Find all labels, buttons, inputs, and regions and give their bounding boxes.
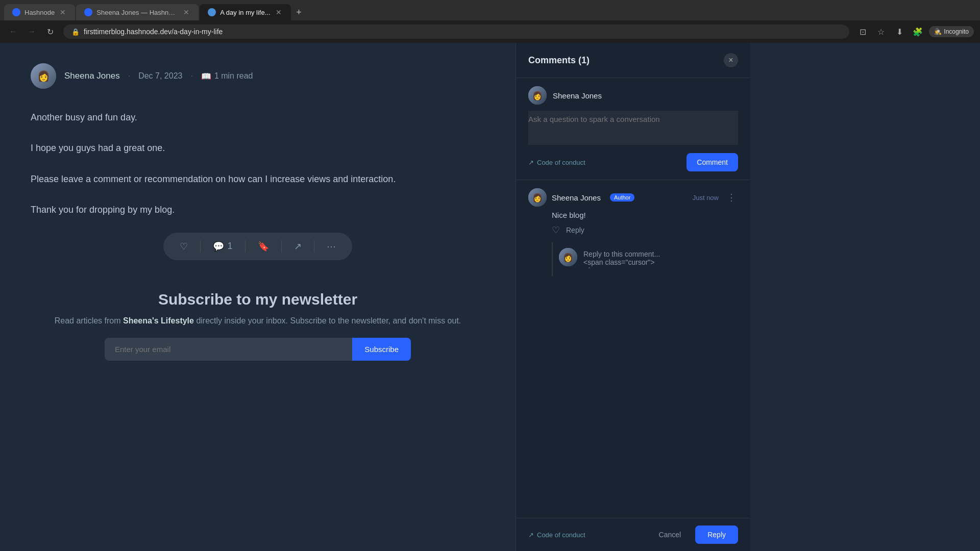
action-divider-2 <box>245 240 246 253</box>
comments-list: Sheena Jones Author Just now ⋮ Nice blog… <box>516 180 750 518</box>
email-input[interactable] <box>105 338 352 361</box>
comment-input-username: Sheena Jones <box>553 91 602 100</box>
newsletter-name: Sheena's Lifestyle <box>123 316 194 325</box>
toolbar-icons: ⊡ ☆ ⬇ 🧩 🕵 Incognito <box>855 24 974 39</box>
reply-input-avatar-image <box>559 248 577 266</box>
reply-submit-button[interactable]: Reply <box>695 525 738 544</box>
code-of-conduct-link-top[interactable]: ↗ Code of conduct <box>528 159 585 166</box>
subscribe-button[interactable]: Subscribe <box>352 338 411 361</box>
subscribe-section: Subscribe to my newsletter Read articles… <box>31 270 485 371</box>
article-paragraph-3: Please leave a comment or recommendation… <box>31 171 485 187</box>
close-comments-button[interactable]: × <box>724 53 738 67</box>
article-author-name: Sheena Jones <box>64 71 120 81</box>
subscribe-form: Subscribe <box>105 338 411 361</box>
tab-label-sheena: Sheena Jones — Hashnode <box>96 9 178 16</box>
article-date: Dec 7, 2023 <box>138 71 182 81</box>
article-action-bar: ♡ 💬 1 🔖 ↗ ⋯ <box>163 233 352 260</box>
tab-label-hashnode: Hashnode <box>24 9 55 16</box>
comment-actions-row: ↗ Code of conduct Comment <box>528 153 738 171</box>
comment-text: Nice blog! <box>528 211 738 219</box>
code-of-conduct-label-top: Code of conduct <box>537 159 585 166</box>
like-button[interactable]: ♡ <box>174 237 194 256</box>
article-paragraph-1: Another busy and fun day. <box>31 109 485 126</box>
comments-panel: Comments (1) × Sheena Jones ↗ Code of co… <box>516 43 750 551</box>
browser-chrome: Hashnode ✕ Sheena Jones — Hashnode ✕ A d… <box>0 0 980 43</box>
comment-reply-button[interactable]: Reply <box>566 226 584 234</box>
comment-menu-button[interactable]: ⋮ <box>725 190 738 205</box>
tab-close-hashnode[interactable]: ✕ <box>59 8 67 16</box>
reply-bottom-bar: ↗ Code of conduct Cancel Reply <box>516 518 750 551</box>
url-bar[interactable]: 🔒 firsttimerblog.hashnode.dev/a-day-in-m… <box>63 24 849 39</box>
tab-close-sheena[interactable]: ✕ <box>182 8 190 16</box>
action-divider-1 <box>200 240 201 253</box>
external-link-icon: ↗ <box>528 159 534 166</box>
comments-header: Comments (1) × <box>516 43 750 78</box>
comment-time: Just now <box>693 194 719 202</box>
incognito-badge: 🕵 Incognito <box>929 26 974 37</box>
tab-sheena[interactable]: Sheena Jones — Hashnode ✕ <box>76 4 199 20</box>
article-header: Sheena Jones · Dec 7, 2023 · 📖 1 min rea… <box>31 63 485 89</box>
comment-button[interactable]: 💬 1 <box>207 237 238 256</box>
comment-item-actions: ♡ Reply <box>528 224 738 236</box>
comment-item: Sheena Jones Author Just now ⋮ Nice blog… <box>528 188 738 277</box>
new-tab-button[interactable]: + <box>292 5 306 19</box>
cancel-reply-button[interactable]: Cancel <box>651 525 690 544</box>
tab-close-aday[interactable]: ✕ <box>275 8 283 16</box>
forward-button[interactable]: → <box>24 24 39 39</box>
author-badge: Author <box>610 193 634 202</box>
author-avatar <box>31 63 56 89</box>
bookmark-button[interactable]: 🔖 <box>252 237 275 256</box>
comment-item-header: Sheena Jones Author Just now ⋮ <box>528 188 738 207</box>
address-bar: ← → ↻ 🔒 firsttimerblog.hashnode.dev/a-da… <box>0 20 980 43</box>
main-area: Sheena Jones · Dec 7, 2023 · 📖 1 min rea… <box>0 43 980 551</box>
author-avatar-image <box>31 63 56 89</box>
comment-submit-button[interactable]: Comment <box>687 153 738 171</box>
comment-item-user: Sheena Jones Author <box>528 188 634 207</box>
reload-button[interactable]: ↻ <box>43 24 57 39</box>
back-button[interactable]: ← <box>6 24 20 39</box>
download-icon[interactable]: ⬇ <box>892 24 906 39</box>
action-divider-3 <box>281 240 282 253</box>
bookmark-star-icon[interactable]: ☆ <box>874 24 888 39</box>
reply-input-area: Reply to this comment...<span class="cur… <box>559 242 738 277</box>
tab-hashnode[interactable]: Hashnode ✕ <box>4 4 75 20</box>
incognito-icon: 🕵 <box>934 28 942 35</box>
comment-like-button[interactable]: ♡ <box>552 224 560 236</box>
article-body: Another busy and fun day. I hope you guy… <box>31 109 485 218</box>
article-paragraph-2: I hope you guys had a great one. <box>31 140 485 156</box>
comment-input-avatar-image <box>528 86 547 105</box>
extension-icon[interactable]: 🧩 <box>911 24 925 39</box>
article-area: Sheena Jones · Dec 7, 2023 · 📖 1 min rea… <box>0 43 516 551</box>
reply-textarea[interactable]: Reply to this comment...<span class="cur… <box>583 248 676 268</box>
action-divider-4 <box>314 240 314 253</box>
article-meta: Sheena Jones · Dec 7, 2023 · 📖 1 min rea… <box>64 71 253 81</box>
tab-favicon-aday <box>208 8 216 16</box>
comment-count: 1 <box>227 241 232 252</box>
comment-input-section: Sheena Jones ↗ Code of conduct Comment <box>516 78 750 180</box>
comment-icon: 💬 <box>213 241 224 252</box>
cast-icon[interactable]: ⊡ <box>855 24 870 39</box>
external-link-icon-bottom: ↗ <box>528 531 534 539</box>
comment-item-avatar <box>528 188 547 207</box>
comment-textarea[interactable] <box>528 111 738 145</box>
reply-thread: Reply to this comment...<span class="cur… <box>552 242 738 277</box>
more-button[interactable]: ⋯ <box>321 237 342 256</box>
tab-label-aday: A day in my life... <box>220 9 270 16</box>
comment-input-avatar <box>528 86 547 105</box>
share-button[interactable]: ↗ <box>288 237 308 256</box>
tab-aday[interactable]: A day in my life... ✕ <box>200 4 290 20</box>
article-read-time: 📖 1 min read <box>201 71 253 81</box>
book-icon: 📖 <box>201 71 211 81</box>
comments-title: Comments (1) <box>528 55 590 66</box>
article-paragraph-4: Thank you for dropping by my blog. <box>31 202 485 218</box>
comment-item-avatar-image <box>528 188 547 207</box>
comment-item-name: Sheena Jones <box>552 193 601 202</box>
url-text: firsttimerblog.hashnode.dev/a-day-in-my-… <box>84 28 223 36</box>
subscribe-desc: Read articles from Sheena's Lifestyle di… <box>41 316 475 325</box>
tab-bar: Hashnode ✕ Sheena Jones — Hashnode ✕ A d… <box>0 0 980 20</box>
tab-favicon-hashnode <box>12 8 20 16</box>
incognito-label: Incognito <box>944 28 969 35</box>
meta-separator-1: · <box>128 71 130 81</box>
code-of-conduct-link-bottom[interactable]: ↗ Code of conduct <box>528 531 585 539</box>
reply-input-avatar <box>559 248 577 266</box>
